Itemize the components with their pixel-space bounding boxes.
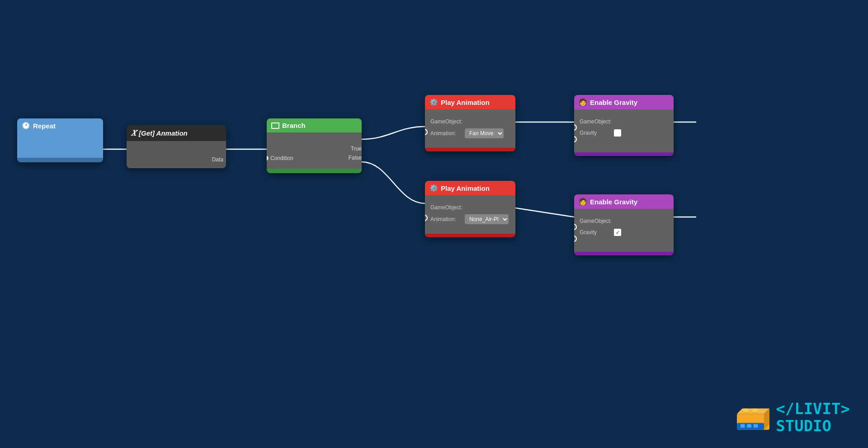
play-anim-top-header: ⚙️ Play Animation xyxy=(425,95,515,109)
enable-gravity-top-header: 🧑 Enable Gravity xyxy=(574,95,674,109)
gravity-top-go-label: GameObject: xyxy=(580,118,612,125)
play-anim-top-gameobject-port[interactable] xyxy=(425,129,428,135)
gravity-top-gravity-port[interactable] xyxy=(574,136,577,142)
repeat-icon: 🕐 xyxy=(22,122,30,130)
svg-point-4 xyxy=(742,409,750,412)
get-anim-data-label: Data xyxy=(212,156,223,163)
svg-rect-9 xyxy=(747,424,752,428)
gravity-top-footer xyxy=(574,152,674,156)
branch-header: Branch xyxy=(267,118,362,132)
get-animation-icon: 𝑋 xyxy=(131,128,136,138)
enable-gravity-bottom-title: Enable Gravity xyxy=(590,198,637,206)
gravity-bottom-footer xyxy=(574,252,674,255)
play-anim-top-anim-label: Animation: xyxy=(430,130,462,137)
gravity-bottom-gravity-port[interactable] xyxy=(574,236,577,242)
branch-condition-port[interactable] xyxy=(267,156,269,161)
logo-text: </LIVIT>STUDIO xyxy=(776,401,850,434)
repeat-node[interactable]: 🕐 Repeat xyxy=(17,118,103,162)
logo-brick-icon xyxy=(735,403,771,432)
svg-rect-8 xyxy=(741,424,745,428)
play-animation-bottom-node[interactable]: ⚙️ Play Animation GameObject: Animation: xyxy=(425,181,515,237)
play-anim-bottom-go-label: GameObject: xyxy=(430,204,462,211)
enable-gravity-top-icon: 🧑 xyxy=(579,98,587,106)
branch-footer xyxy=(267,169,362,173)
play-anim-top-footer xyxy=(425,148,515,151)
play-anim-bottom-gameobject-port[interactable] xyxy=(425,215,428,221)
enable-gravity-bottom-node[interactable]: 🧑 Enable Gravity GameObject: xyxy=(574,194,674,255)
gravity-bottom-checkbox[interactable]: ✓ xyxy=(614,229,621,236)
gravity-top-checkbox[interactable] xyxy=(614,129,621,137)
play-anim-bottom-anim-select[interactable]: None_Air-Pl xyxy=(465,214,509,224)
play-anim-top-icon: ⚙️ xyxy=(429,98,438,106)
get-animation-title: [Get] Anmation xyxy=(139,129,188,137)
branch-true-label: True xyxy=(351,146,362,152)
branch-node[interactable]: Branch Condition True False xyxy=(267,118,362,173)
branch-title: Branch xyxy=(282,122,306,129)
play-anim-bottom-footer xyxy=(425,234,515,237)
branch-icon xyxy=(271,123,279,129)
play-anim-bottom-icon: ⚙️ xyxy=(429,184,438,192)
branch-false-label: False xyxy=(349,155,362,161)
play-anim-top-title: Play Animation xyxy=(441,99,490,106)
svg-rect-10 xyxy=(754,424,758,428)
enable-gravity-bottom-header: 🧑 Enable Gravity xyxy=(574,194,674,209)
enable-gravity-top-node[interactable]: 🧑 Enable Gravity GameObject: xyxy=(574,95,674,156)
play-anim-top-anim-select[interactable]: Fan Move xyxy=(465,128,504,138)
enable-gravity-bottom-icon: 🧑 xyxy=(579,198,587,206)
play-anim-top-go-label: GameObject: xyxy=(430,118,462,125)
get-animation-header: 𝑋 [Get] Anmation xyxy=(127,125,226,141)
enable-gravity-top-title: Enable Gravity xyxy=(590,99,637,106)
repeat-title: Repeat xyxy=(33,122,56,130)
play-animation-top-node[interactable]: ⚙️ Play Animation GameObject: Animation: xyxy=(425,95,515,151)
gravity-bottom-gravity-label: Gravity xyxy=(580,229,611,236)
play-anim-bottom-anim-label: Animation: xyxy=(430,216,462,222)
play-anim-bottom-title: Play Animation xyxy=(441,184,490,192)
gravity-bottom-gameobject-port[interactable] xyxy=(574,224,577,230)
gravity-top-gravity-label: Gravity xyxy=(580,130,611,136)
logo: </LIVIT>STUDIO xyxy=(735,401,850,434)
svg-point-6 xyxy=(751,409,759,412)
repeat-footer xyxy=(17,158,103,162)
play-anim-bottom-header: ⚙️ Play Animation xyxy=(425,181,515,195)
repeat-header: 🕐 Repeat xyxy=(17,118,103,133)
gravity-top-gameobject-port[interactable] xyxy=(574,124,577,131)
branch-condition-label: Condition xyxy=(270,155,293,161)
get-animation-node[interactable]: 𝑋 [Get] Anmation Data xyxy=(127,125,226,168)
gravity-bottom-go-label: GameObject: xyxy=(580,218,612,224)
